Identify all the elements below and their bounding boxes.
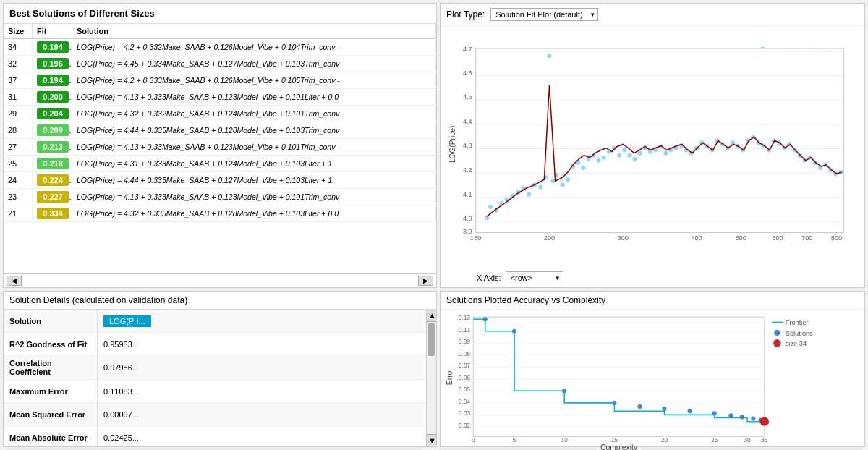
svg-text:4.2: 4.2 (463, 166, 472, 174)
table-row[interactable]: 34 0.194 LOG(Price) = 4.2 + 0.332Make_SA… (4, 39, 436, 56)
details-scrollbar[interactable]: ▲ ▼ (426, 310, 436, 446)
svg-point-142 (688, 409, 692, 413)
size34-dot (760, 417, 769, 425)
x-axis-select[interactable]: <row> (506, 271, 563, 284)
details-row: Mean Squared Error 0.00097... (4, 403, 426, 426)
details-content: Solution LOG(Pri... R^2 Goodness of Fit … (4, 310, 436, 446)
cell-size: 21 (4, 207, 33, 220)
svg-point-101 (774, 330, 780, 336)
detail-value: 0.95953... (98, 333, 426, 355)
svg-text:4.1: 4.1 (463, 191, 472, 198)
cell-size: 34 (4, 41, 33, 54)
table-row[interactable]: 31 0.200 LOG(Price) = 4.13 + 0.333Make_S… (4, 89, 436, 106)
cell-fit: 0.194 (33, 39, 72, 55)
svg-point-48 (581, 166, 585, 170)
svg-text:800: 800 (831, 234, 842, 242)
svg-text:10: 10 (561, 437, 569, 443)
accuracy-chart: Frontier Solutions size 34 0.13 0.11 0.0… (441, 310, 864, 450)
detail-value: 0.97956... (98, 356, 426, 379)
scroll-left[interactable]: ◀ (7, 276, 22, 286)
solution-fit-panel: Plot Type: Solution Fit Plot (default) L… (440, 3, 865, 288)
plot-type-select[interactable]: Solution Fit Plot (default) (490, 8, 598, 21)
cell-solution: LOG(Price) = 4.13 + 0.333Make_SAAB + 0.1… (72, 190, 436, 203)
accuracy-svg: Frontier Solutions size 34 0.13 0.11 0.0… (443, 313, 861, 450)
table-row[interactable]: 32 0.196 LOG(Price) = 4.45 + 0.334Make_S… (4, 56, 436, 72)
scroll-thumb[interactable] (428, 323, 435, 356)
scroll-right[interactable]: ▶ (418, 276, 433, 286)
plot-type-label: Plot Type: (446, 9, 485, 20)
chart-bg (476, 48, 844, 232)
best-solutions-title: Best Solutions of Different Sizes (4, 4, 436, 24)
x-axis-select-wrapper[interactable]: <row> (506, 271, 563, 284)
detail-label: R^2 Goodness of Fit (4, 333, 98, 355)
svg-point-55 (617, 153, 621, 158)
plot-type-select-wrapper[interactable]: Solution Fit Plot (default) (490, 8, 598, 21)
svg-point-39 (538, 184, 542, 189)
solution-details-title: Solution Details (calculated on validati… (4, 292, 436, 310)
col-size: Size (4, 24, 33, 38)
details-row: Correlation Coefficient 0.97956... (4, 356, 426, 380)
table-row[interactable]: 24 0.224 LOG(Price) = 4.44 + 0.335Make_S… (4, 172, 436, 189)
svg-text:600: 600 (772, 234, 783, 242)
table-row[interactable]: 37 0.194 LOG(Price) = 4.2 + 0.333Make_SA… (4, 72, 436, 89)
details-table: Solution LOG(Pri... R^2 Goodness of Fit … (4, 310, 426, 446)
svg-point-140 (637, 404, 642, 409)
cell-solution: LOG(Price) = 4.2 + 0.332Make_SAAB + 0.12… (72, 41, 436, 54)
svg-point-145 (740, 415, 744, 419)
svg-text:0: 0 (472, 437, 475, 443)
cell-fit: 0.227 (33, 189, 72, 205)
svg-point-51 (597, 158, 601, 163)
table-row[interactable]: 29 0.204 LOG(Price) = 4.32 + 0.332Make_S… (4, 106, 436, 122)
table-row[interactable]: 21 0.334 LOG(Price) = 4.32 + 0.335Make_S… (4, 205, 436, 222)
svg-text:0.07: 0.07 (459, 362, 470, 369)
svg-text:Frontier: Frontier (786, 320, 809, 327)
cell-size: 24 (4, 174, 33, 187)
accuracy-title: Solutions Plotted Accuracy vs Complexity (441, 292, 864, 310)
fit-chart-area: LOG(Price)(validation) LOG(Price)(train)… (441, 26, 864, 270)
svg-point-139 (612, 401, 616, 405)
cell-solution: LOG(Price) = 4.44 + 0.335Make_SAAB + 0.1… (72, 124, 436, 137)
svg-text:Error: Error (446, 368, 454, 385)
table-row[interactable]: 23 0.227 LOG(Price) = 4.13 + 0.333Make_S… (4, 189, 436, 205)
detail-value: LOG(Pri... (98, 310, 426, 332)
svg-point-141 (662, 407, 666, 411)
cell-solution: LOG(Price) = 4.13 + 0.33Make_SAAB + 0.12… (72, 140, 436, 153)
table-body[interactable]: 34 0.194 LOG(Price) = 4.2 + 0.332Make_SA… (4, 39, 436, 271)
svg-text:0.05: 0.05 (459, 386, 470, 393)
solution-details-panel: Solution Details (calculated on validati… (3, 291, 437, 447)
svg-point-103 (773, 339, 780, 347)
table-header: Size Fit Solution (4, 24, 436, 39)
details-row: Mean Absolute Error 0.02425... (4, 426, 426, 446)
scroll-up[interactable]: ▲ (427, 310, 436, 322)
scroll-down[interactable]: ▼ (427, 434, 436, 446)
cell-size: 25 (4, 157, 33, 170)
cell-fit: 0.204 (33, 106, 72, 122)
svg-text:4.7: 4.7 (463, 46, 472, 53)
svg-point-45 (566, 177, 570, 182)
svg-point-57 (627, 153, 631, 158)
svg-point-144 (728, 413, 733, 417)
table-row[interactable]: 25 0.218 LOG(Price) = 4.31 + 0.333Make_S… (4, 156, 436, 172)
table-row[interactable]: 27 0.213 LOG(Price) = 4.13 + 0.33Make_SA… (4, 139, 436, 156)
svg-text:200: 200 (544, 234, 555, 242)
x-axis-row: X Axis: <row> (441, 270, 864, 287)
cell-size: 28 (4, 124, 33, 137)
svg-point-146 (751, 416, 755, 420)
details-row: R^2 Goodness of Fit 0.95953... (4, 333, 426, 356)
fit-chart-svg: LOG(Price)(validation) LOG(Price)(train)… (446, 32, 859, 264)
cell-size: 29 (4, 107, 33, 120)
svg-text:size 34: size 34 (786, 340, 807, 347)
scroll-arrows: ◀ ▶ (4, 273, 436, 287)
svg-text:4.0: 4.0 (463, 215, 472, 222)
svg-point-42 (551, 179, 556, 183)
col-fit: Fit (33, 24, 72, 38)
svg-point-59 (638, 151, 642, 156)
svg-text:0.11: 0.11 (459, 327, 470, 334)
svg-point-41 (547, 54, 551, 58)
cell-solution: LOG(Price) = 4.13 + 0.333Make_SAAB + 0.1… (72, 90, 436, 103)
accuracy-panel: Solutions Plotted Accuracy vs Complexity… (440, 291, 865, 447)
svg-point-64 (663, 151, 668, 156)
table-row[interactable]: 28 0.209 LOG(Price) = 4.44 + 0.335Make_S… (4, 122, 436, 139)
cell-size: 32 (4, 57, 33, 70)
col-solution: Solution (72, 24, 436, 38)
